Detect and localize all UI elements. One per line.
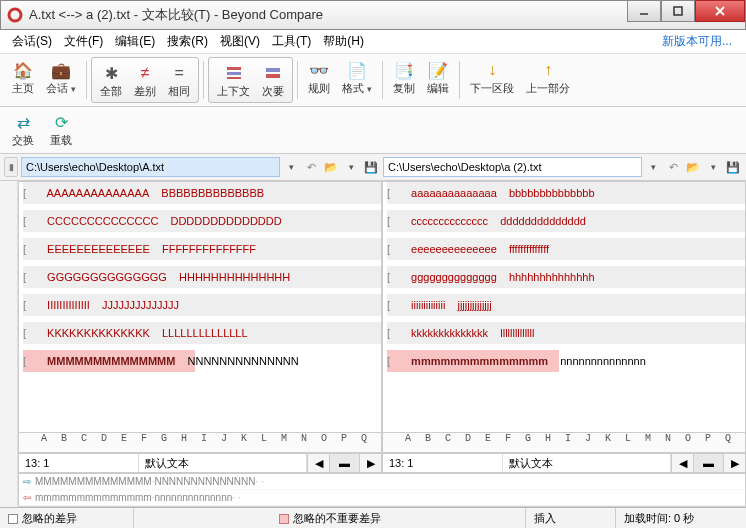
diff-button[interactable]: ≠差别 <box>128 60 162 100</box>
rules-button[interactable]: 👓规则 <box>302 57 336 97</box>
compare-line[interactable]: [ aaaaaaaaaaaaaa bbbbbbbbbbbbbb <box>387 182 745 204</box>
compare-line[interactable]: [ CCCCCCCCCCCCCC DDDDDDDDDDDDDD <box>23 210 381 232</box>
menu-help[interactable]: 帮助(H) <box>317 31 370 52</box>
right-browse-dropdown[interactable]: ▾ <box>704 158 722 176</box>
swap-button[interactable]: ⇄交换 <box>6 109 40 149</box>
compare-line[interactable]: [ gggggggggggggg hhhhhhhhhhhhhh <box>387 266 745 288</box>
left-syntax: 默认文本 <box>139 454 307 472</box>
minimize-button[interactable] <box>627 0 661 22</box>
menu-search[interactable]: 搜索(R) <box>161 31 214 52</box>
compare-line[interactable]: [ AAAAAAAAAAAAAA BBBBBBBBBBBBBB <box>23 182 381 204</box>
prev-section-button[interactable]: ↑上一部分 <box>520 57 576 97</box>
home-icon: 🏠 <box>13 59 33 81</box>
sessions-button[interactable]: 💼会话 ▾ <box>40 57 82 97</box>
format-icon: 📄 <box>347 59 367 81</box>
right-browse-icon[interactable]: 📂 <box>684 158 702 176</box>
notequal-icon: ≠ <box>141 62 150 84</box>
toolbar-secondary: ⇄交换 ⟳重载 <box>0 107 746 154</box>
window-buttons <box>627 1 745 29</box>
left-scroll-right[interactable]: ▶ <box>359 454 381 472</box>
edit-button[interactable]: 📝编辑 <box>421 57 455 97</box>
copy-button[interactable]: 📑复制 <box>387 57 421 97</box>
next-section-button[interactable]: ↓下一区段 <box>464 57 520 97</box>
compare-line[interactable]: [ EEEEEEEEEEEEEE FFFFFFFFFFFFFF <box>23 238 381 260</box>
left-content[interactable]: [ AAAAAAAAAAAAAA BBBBBBBBBBBBBB[ CCCCCCC… <box>19 182 381 432</box>
menu-edit[interactable]: 编辑(E) <box>109 31 161 52</box>
close-button[interactable] <box>695 0 745 22</box>
asterisk-icon: ✱ <box>105 62 118 84</box>
minor-button[interactable]: 次要 <box>256 60 290 100</box>
svg-rect-9 <box>266 74 280 78</box>
right-path-input[interactable] <box>383 157 642 177</box>
left-browse-icon[interactable]: 📂 <box>322 158 340 176</box>
left-scroll-left[interactable]: ◀ <box>307 454 329 472</box>
compare-line[interactable]: [ mmmmmmmmmmmmmm nnnnnnnnnnnnnn <box>387 350 745 372</box>
right-save-icon[interactable]: 💾 <box>724 158 742 176</box>
menu-file[interactable]: 文件(F) <box>58 31 109 52</box>
merge-arrow-right-icon: ⇨ <box>23 476 31 487</box>
svg-point-0 <box>9 9 21 21</box>
compare-line[interactable]: [ IIIIIIIIIIIIII JJJJJJJJJJJJJJ <box>23 294 381 316</box>
rules-icon: 👓 <box>309 59 329 81</box>
compare-line[interactable]: [ kkkkkkkkkkkkkk llllllllllllll <box>387 322 745 344</box>
filter-group: ✱全部 ≠差别 =相同 <box>91 57 199 103</box>
left-save-icon[interactable]: 💾 <box>362 158 380 176</box>
merge-area: ⇨ MMMMMMMMMMMMMM · NNNNNNNNNNNNNN · · ⇨ … <box>18 473 746 507</box>
right-undo-icon[interactable]: ↶ <box>664 158 682 176</box>
left-gutter[interactable] <box>0 181 18 453</box>
home-button[interactable]: 🏠主页 <box>6 57 40 97</box>
right-scroll-left[interactable]: ◀ <box>671 454 693 472</box>
left-undo-icon[interactable]: ↶ <box>302 158 320 176</box>
context-group: 上下文 次要 <box>208 57 293 103</box>
right-cursor-pos: 13: 1 <box>383 454 503 472</box>
left-browse-dropdown[interactable]: ▾ <box>342 158 360 176</box>
compare-line[interactable]: [ GGGGGGGGGGGGGG HHHHHHHHHHHHHH <box>23 266 381 288</box>
left-cursor-pos: 13: 1 <box>19 454 139 472</box>
app-icon <box>7 7 23 23</box>
compare-line[interactable]: [ iiiiiiiiiiiiii jjjjjjjjjjjjjj <box>387 294 745 316</box>
svg-rect-7 <box>227 77 241 79</box>
toolbar-main: 🏠主页 💼会话 ▾ ✱全部 ≠差别 =相同 上下文 次要 👓规则 📄格式 ▾ 📑… <box>0 54 746 107</box>
compare-line[interactable]: [ eeeeeeeeeeeeee ffffffffffffff <box>387 238 745 260</box>
info-gutter <box>0 453 18 473</box>
maximize-button[interactable] <box>661 0 695 22</box>
left-path-box: ▾ ↶ 📂 ▾ 💾 <box>21 157 380 177</box>
right-content[interactable]: [ aaaaaaaaaaaaaa bbbbbbbbbbbbbb[ ccccccc… <box>383 182 745 432</box>
left-scroll-track[interactable]: ▬ <box>329 454 359 472</box>
status-bar: 忽略的差异 忽略的不重要差异 插入 加载时间: 0 秒 <box>0 507 746 528</box>
compare-line[interactable]: [ MMMMMMMMMMMMMM NNNNNNNNNNNNNN <box>23 350 381 372</box>
right-pane: [ aaaaaaaaaaaaaa bbbbbbbbbbbbbb[ ccccccc… <box>382 181 746 453</box>
right-info-bar: 13: 1 默认文本 ◀ ▬ ▶ <box>382 453 746 473</box>
new-version-link[interactable]: 新版本可用... <box>662 33 740 50</box>
menu-view[interactable]: 视图(V) <box>214 31 266 52</box>
compare-line[interactable]: [ cccccccccccccc dddddddddddddd <box>387 210 745 232</box>
status-ignored-unimportant: 忽略的不重要差异 <box>134 508 526 528</box>
context-button[interactable]: 上下文 <box>211 60 256 100</box>
menu-session[interactable]: 会话(S) <box>6 31 58 52</box>
menubar: 会话(S) 文件(F) 编辑(E) 搜索(R) 视图(V) 工具(T) 帮助(H… <box>0 30 746 54</box>
context-icon <box>225 62 243 84</box>
format-button[interactable]: 📄格式 ▾ <box>336 57 378 97</box>
briefcase-icon: 💼 <box>51 59 71 81</box>
merge-line-left[interactable]: ⇨ MMMMMMMMMMMMMM · NNNNNNNNNNNNNN · · <box>19 474 745 490</box>
menu-tools[interactable]: 工具(T) <box>266 31 317 52</box>
right-scroll-track[interactable]: ▬ <box>693 454 723 472</box>
left-thumb[interactable]: ▮ <box>4 157 18 177</box>
compare-line[interactable]: [ KKKKKKKKKKKKKK LLLLLLLLLLLLLL <box>23 322 381 344</box>
same-button[interactable]: =相同 <box>162 60 196 100</box>
right-ruler: A B C D E F G H I J K L M N O P Q R S <box>383 432 745 452</box>
right-path-dropdown[interactable]: ▾ <box>644 158 662 176</box>
reload-icon: ⟳ <box>55 111 68 133</box>
left-path-dropdown[interactable]: ▾ <box>282 158 300 176</box>
window-titlebar: A.txt <--> a (2).txt - 文本比较(T) - Beyond … <box>0 0 746 30</box>
left-ruler: A B C D E F G H I J K L M N O P Q R S T … <box>19 432 381 452</box>
copy-icon: 📑 <box>394 59 414 81</box>
left-path-input[interactable] <box>21 157 280 177</box>
swap-icon: ⇄ <box>17 111 30 133</box>
right-scroll-right[interactable]: ▶ <box>723 454 745 472</box>
merge-gutter <box>0 473 18 505</box>
arrow-down-icon: ↓ <box>488 59 496 81</box>
reload-button[interactable]: ⟳重载 <box>44 109 78 149</box>
all-button[interactable]: ✱全部 <box>94 60 128 100</box>
merge-line-right[interactable]: ⇨ mmmmmmmmmmmmmm · nnnnnnnnnnnnnn · · <box>19 490 745 506</box>
